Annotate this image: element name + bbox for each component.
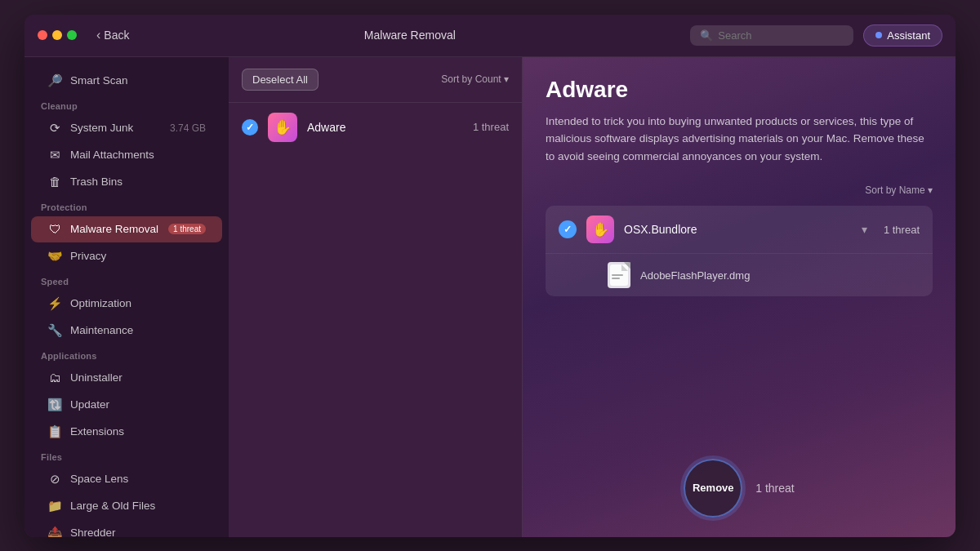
bundlore-checkbox[interactable]: ✓	[559, 220, 577, 238]
sidebar-item-maintenance[interactable]: 🔧 Maintenance	[31, 318, 222, 344]
sidebar-item-updater[interactable]: 🔃 Updater	[31, 392, 222, 418]
sidebar-item-label: Optimization	[70, 297, 131, 309]
sidebar-item-label: Malware Removal	[70, 223, 158, 235]
search-icon: 🔍	[700, 29, 713, 42]
checkmark-icon: ✓	[246, 122, 254, 133]
system-junk-size: 3.74 GB	[170, 122, 206, 134]
search-bar[interactable]: 🔍	[690, 25, 853, 46]
adware-threat-row[interactable]: ✓ ✋ Adware 1 threat	[229, 103, 522, 152]
sidebar-item-smart-scan[interactable]: 🔎 Smart Scan	[31, 68, 222, 94]
sidebar-item-label: Uninstaller	[70, 371, 122, 384]
sidebar-item-label: Extensions	[70, 425, 124, 438]
adware-icon: ✋	[268, 113, 297, 142]
smart-scan-icon: 🔎	[47, 73, 62, 88]
sidebar-item-label: System Junk	[70, 122, 133, 134]
hand-stop-icon: ✋	[592, 221, 609, 238]
assistant-button[interactable]: Assistant	[863, 24, 942, 47]
sidebar-item-space-lens[interactable]: ⊘ Space Lens	[31, 466, 222, 492]
uninstaller-icon: 🗂	[47, 371, 62, 385]
sidebar-item-label: Mail Attachments	[70, 149, 154, 161]
sidebar-item-optimization[interactable]: ⚡ Optimization	[31, 291, 222, 317]
remove-button[interactable]: Remove	[684, 459, 742, 518]
sidebar-section-protection: Protection	[24, 196, 229, 216]
adobe-flash-sub-item: AdobeFlashPlayer.dmg	[546, 253, 933, 296]
sidebar-section-files: Files	[24, 446, 229, 465]
sidebar-item-privacy[interactable]: 🤝 Privacy	[31, 243, 222, 269]
sidebar-item-label: Shredder	[70, 527, 116, 537]
window-title: Malware Removal	[139, 29, 680, 42]
adware-checkbox[interactable]: ✓	[242, 119, 258, 136]
sidebar-item-system-junk[interactable]: ⟳ System Junk 3.74 GB	[31, 115, 222, 141]
privacy-icon: 🤝	[47, 249, 62, 264]
checkmark-icon: ✓	[564, 224, 572, 235]
sidebar-item-label: Space Lens	[70, 473, 128, 485]
sidebar-item-label: Trash Bins	[70, 176, 122, 188]
sidebar-item-shredder[interactable]: 📤 Shredder	[31, 520, 222, 537]
sidebar-section-speed: Speed	[24, 270, 229, 290]
adobe-flash-name: AdobeFlashPlayer.dmg	[640, 269, 750, 282]
malware-icon: 🛡	[47, 222, 62, 237]
sidebar-item-label: Maintenance	[70, 324, 133, 336]
traffic-lights	[38, 30, 77, 40]
extensions-icon: 📋	[47, 424, 62, 439]
sidebar-item-large-old-files[interactable]: 📁 Large & Old Files	[31, 493, 222, 519]
app-window: ‹ Back Malware Removal 🔍 Assistant 🔎 Sma…	[24, 15, 956, 537]
dmg-file-icon	[608, 262, 630, 288]
bottom-action-bar: Remove 1 threat	[523, 459, 956, 518]
maximize-button[interactable]	[67, 30, 77, 40]
minimize-button[interactable]	[52, 30, 62, 40]
back-label: Back	[104, 29, 129, 42]
main-content: 🔎 Smart Scan Cleanup ⟳ System Junk 3.74 …	[24, 57, 956, 537]
remove-threat-count: 1 threat	[755, 482, 794, 495]
assistant-label: Assistant	[887, 29, 930, 42]
bundlore-name: OSX.Bundlore	[624, 223, 852, 236]
svg-rect-2	[612, 274, 623, 276]
middle-panel: Deselect All Sort by Count ▾ ✓ ✋ Adware …	[229, 57, 523, 537]
detail-description: Intended to trick you into buying unwant…	[546, 113, 933, 166]
maintenance-icon: 🔧	[47, 323, 62, 338]
trash-icon: 🗑	[47, 175, 62, 189]
sidebar-item-uninstaller[interactable]: 🗂 Uninstaller	[31, 365, 222, 391]
sidebar-item-label: Privacy	[70, 250, 106, 262]
large-files-icon: 📁	[47, 499, 62, 513]
svg-rect-3	[612, 278, 620, 279]
bundlore-count: 1 threat	[884, 224, 920, 236]
mail-icon: ✉	[47, 148, 62, 162]
back-button[interactable]: ‹ Back	[96, 28, 129, 42]
sidebar-item-label: Updater	[70, 398, 109, 411]
sidebar-item-malware-removal[interactable]: 🛡 Malware Removal 1 threat	[31, 216, 222, 242]
deselect-all-button[interactable]: Deselect All	[242, 69, 318, 91]
expand-icon[interactable]: ▾	[862, 223, 867, 236]
title-bar: ‹ Back Malware Removal 🔍 Assistant	[24, 15, 956, 57]
adware-count: 1 threat	[473, 121, 509, 133]
shredder-icon: 📤	[47, 526, 62, 537]
sidebar-item-label: Large & Old Files	[70, 500, 155, 512]
detail-title: Adware	[546, 77, 933, 103]
system-junk-icon: ⟳	[47, 121, 62, 136]
osx-bundlore-row[interactable]: ✓ ✋ OSX.Bundlore ▾ 1 threat	[546, 206, 933, 296]
sidebar-item-extensions[interactable]: 📋 Extensions	[31, 419, 222, 445]
middle-toolbar: Deselect All Sort by Count ▾	[229, 57, 522, 103]
sort-name-bar: Sort by Name ▾	[546, 184, 933, 196]
sort-count-label[interactable]: Sort by Count ▾	[441, 73, 509, 85]
close-button[interactable]	[38, 30, 47, 40]
malware-badge: 1 threat	[168, 224, 206, 234]
sort-name-label[interactable]: Sort by Name ▾	[865, 184, 933, 196]
bundlore-icon: ✋	[586, 216, 614, 243]
back-chevron-icon: ‹	[96, 28, 100, 42]
sidebar-item-trash-bins[interactable]: 🗑 Trash Bins	[31, 169, 222, 195]
sidebar-item-label: Smart Scan	[70, 74, 128, 87]
assistant-dot-icon	[875, 32, 882, 38]
updater-icon: 🔃	[47, 398, 62, 412]
space-lens-icon: ⊘	[47, 472, 62, 487]
sidebar: 🔎 Smart Scan Cleanup ⟳ System Junk 3.74 …	[24, 57, 229, 537]
osx-bundlore-header[interactable]: ✓ ✋ OSX.Bundlore ▾ 1 threat	[546, 206, 933, 253]
sidebar-section-applications: Applications	[24, 344, 229, 364]
detail-panel: Adware Intended to trick you into buying…	[523, 57, 956, 537]
search-input[interactable]	[718, 29, 844, 42]
optimization-icon: ⚡	[47, 296, 62, 311]
sidebar-section-cleanup: Cleanup	[24, 95, 229, 114]
sidebar-item-mail-attachments[interactable]: ✉ Mail Attachments	[31, 142, 222, 168]
adware-name: Adware	[307, 121, 463, 134]
hand-icon: ✋	[274, 118, 292, 136]
